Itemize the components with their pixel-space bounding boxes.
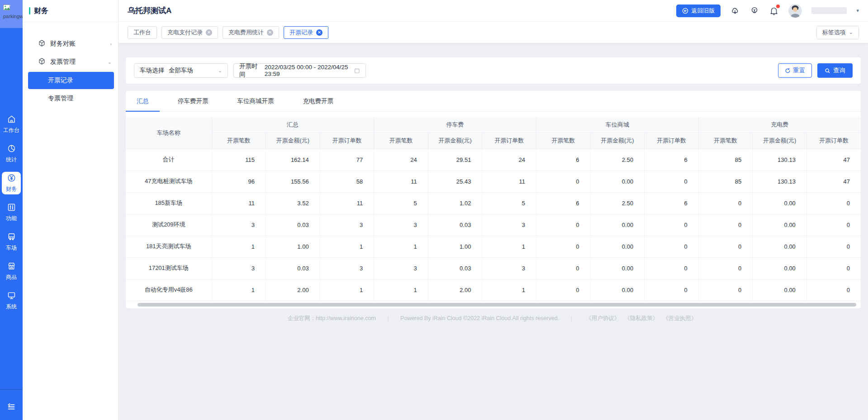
cloud-download-icon[interactable] — [730, 6, 740, 16]
value-cell: 0 — [536, 170, 590, 192]
value-cell: 1 — [212, 279, 266, 301]
rail-item-sliders[interactable]: 功能 — [0, 201, 23, 224]
column-header: 开票金额(元) — [753, 132, 807, 149]
content-area: 车场选择 全部车场 ⌄ 开票时间 2022/03/25 00:00 - 2022… — [119, 43, 868, 420]
value-cell: 0.03 — [266, 214, 320, 236]
park-select-label: 车场选择 — [140, 66, 164, 75]
chevron-icon: ⌄ — [108, 59, 112, 65]
group-header: 停车费 — [374, 117, 536, 132]
cube-icon — [38, 40, 50, 48]
tab-chip[interactable]: 开票记录✕ — [284, 26, 328, 39]
value-cell: 11 — [374, 170, 428, 192]
view-tabs: 汇总停车费开票车位商城开票充电费开票 — [126, 91, 861, 112]
footer-link[interactable]: 《用户协议》 — [586, 315, 620, 321]
footer-link[interactable]: 《营业执照》 — [663, 315, 697, 321]
time-label: 开票时间 — [239, 62, 260, 79]
group-header: 汇总 — [212, 117, 374, 132]
value-cell: 2.50 — [590, 149, 645, 170]
scrollbar-thumb[interactable] — [138, 303, 856, 307]
notifications-button[interactable] — [769, 6, 779, 16]
view-tab[interactable]: 汇总 — [126, 91, 160, 111]
rail-item-label: 系统 — [6, 303, 17, 311]
rail-item-bus[interactable]: 车场 — [0, 231, 23, 253]
value-cell: 3 — [212, 257, 266, 279]
value-cell: 24 — [374, 149, 428, 170]
close-icon[interactable]: ✕ — [267, 29, 273, 36]
value-cell: 0 — [536, 236, 590, 257]
rail-item-yen[interactable]: 财务 — [2, 172, 21, 194]
tab-options-button[interactable]: 标签选项 ⌄ — [816, 26, 859, 39]
value-cell: 58 — [320, 170, 374, 192]
value-cell: 11 — [212, 192, 266, 214]
park-select-value: 全部车场 — [169, 66, 193, 75]
tab-chip[interactable]: 充电支付记录✕ — [161, 26, 218, 39]
user-menu-chevron-down-icon[interactable]: ▾ — [856, 8, 859, 14]
yen-icon — [7, 173, 16, 184]
value-cell: 6 — [645, 192, 699, 214]
value-cell: 0 — [645, 257, 699, 279]
column-header: 开票笔数 — [212, 132, 266, 149]
value-cell: 0.00 — [753, 279, 807, 301]
value-cell: 0 — [698, 236, 753, 257]
avatar[interactable] — [788, 4, 802, 18]
view-tab[interactable]: 充电费开票 — [292, 91, 345, 111]
value-cell: 0.00 — [590, 214, 645, 236]
value-cell: 6 — [645, 149, 699, 170]
menu-item[interactable]: 开票记录 — [28, 72, 114, 89]
value-cell: 1.00 — [428, 236, 482, 257]
collapse-sidebar-button[interactable] — [0, 402, 23, 412]
value-cell: 1.02 — [428, 192, 482, 214]
column-header: 开票笔数 — [698, 132, 753, 149]
table-row: 测试209环境30.03330.03300.00000.000 — [126, 214, 861, 236]
lightbulb-icon[interactable] — [749, 6, 759, 16]
rail-item-pie[interactable]: 统计 — [0, 142, 23, 165]
rail-item-home[interactable]: 工作台 — [0, 113, 23, 136]
rail-item-shop[interactable]: 商品 — [0, 260, 23, 283]
menu-item[interactable]: 专票管理 — [28, 90, 114, 107]
app-logo[interactable]: parkingw — [0, 0, 23, 28]
tab-chip[interactable]: 充电费用统计✕ — [223, 26, 279, 39]
value-cell: 3 — [482, 257, 536, 279]
arrow-left-circle-icon — [682, 8, 688, 14]
footer-copyright: Powered By iRain Cloud ©2022 iRain Cloud… — [400, 315, 559, 321]
reset-button[interactable]: 重置 — [778, 63, 812, 78]
group-header: 充电费 — [698, 117, 861, 132]
value-cell: 1 — [212, 236, 266, 257]
view-tab[interactable]: 车位商城开票 — [227, 91, 285, 111]
column-header: 开票金额(元) — [590, 132, 645, 149]
view-tab[interactable]: 停车费开票 — [167, 91, 219, 111]
value-cell: 0.03 — [266, 257, 320, 279]
close-icon[interactable]: ✕ — [206, 29, 212, 36]
value-cell: 0 — [806, 257, 861, 279]
value-cell: 3 — [374, 257, 428, 279]
value-cell: 1 — [320, 236, 374, 257]
park-select[interactable]: 车场选择 全部车场 ⌄ — [134, 63, 228, 78]
value-cell: 2.00 — [428, 279, 482, 301]
value-cell: 5 — [482, 192, 536, 214]
column-header: 开票订单数 — [645, 132, 699, 149]
value-cell: 1 — [482, 279, 536, 301]
rail-item-label: 功能 — [6, 215, 17, 222]
tab-chip[interactable]: 工作台 — [128, 26, 157, 39]
value-cell: 1.00 — [266, 236, 320, 257]
close-icon[interactable]: ✕ — [316, 29, 323, 36]
rail-item-label: 商品 — [6, 274, 17, 281]
menu-group[interactable]: 财务对账› — [23, 35, 118, 53]
username-placeholder[interactable] — [811, 7, 847, 14]
notification-badge — [776, 5, 780, 8]
tab-chip-label: 开票记录 — [289, 28, 313, 37]
query-button[interactable]: 查询 — [817, 63, 853, 78]
home-icon — [7, 114, 16, 125]
value-cell: 25.43 — [428, 170, 482, 192]
tab-chip-label: 充电费用统计 — [228, 28, 264, 37]
value-cell: 1 — [374, 279, 428, 301]
value-cell: 85 — [698, 170, 753, 192]
invoice-time-range-picker[interactable]: 开票时间 2022/03/25 00:00 - 2022/04/25 23:59 — [233, 63, 366, 78]
value-cell: 0 — [698, 257, 753, 279]
footer-link[interactable]: 《隐私政策》 — [624, 315, 658, 321]
back-to-old-version-button[interactable]: 返回旧版 — [676, 5, 721, 17]
menu-group[interactable]: 发票管理⌄ — [23, 53, 118, 71]
rail-item-monitor[interactable]: 系统 — [0, 289, 23, 312]
column-header: 开票笔数 — [374, 132, 428, 149]
value-cell: 0.03 — [428, 257, 482, 279]
